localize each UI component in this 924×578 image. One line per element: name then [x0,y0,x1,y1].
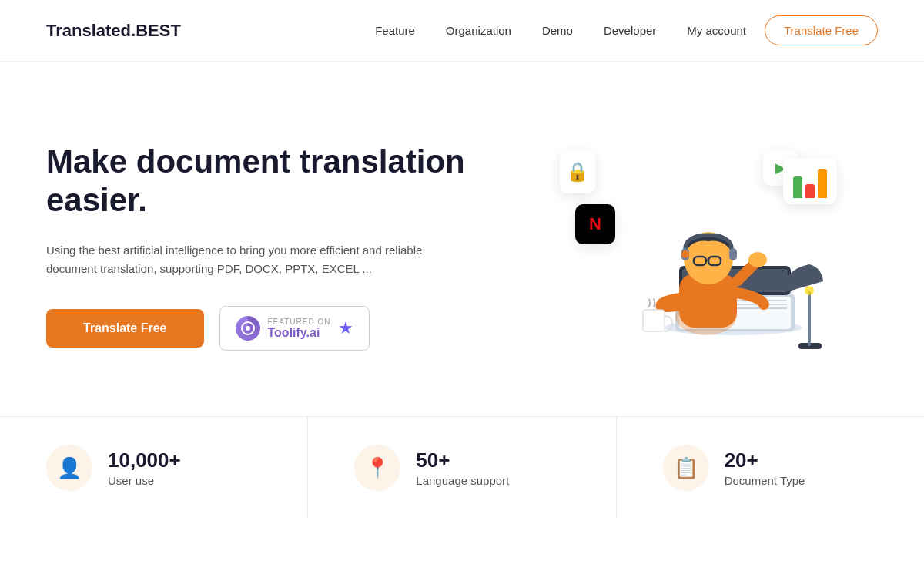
hero-illustration: 🔒 ▶ N [504,131,878,362]
stats-section: 👤 10,000+ User use 📍 50+ Language suppor… [0,416,924,519]
toolify-text: FEATURED ON Toolify.ai [268,318,331,340]
stat-number-users: 10,000+ [108,449,181,472]
hero-left: Make document translation easier. Using … [46,143,504,351]
document-icon: 📋 [674,456,698,480]
lamp-illustration [775,258,829,351]
stat-icon-doctype: 📋 [663,445,709,491]
nav-translate-free-button[interactable]: Translate Free [765,15,878,45]
stat-icon-language: 📍 [354,445,400,491]
nav-link-organization[interactable]: Organization [446,24,511,37]
toolify-star-icon: ★ [338,318,353,338]
nav-logo[interactable]: Translated.BEST [46,21,181,41]
svg-point-18 [681,250,689,258]
stat-icon-user: 👤 [46,445,92,491]
hero-title: Make document translation easier. [46,143,504,220]
svg-rect-17 [729,248,737,260]
stat-label-users: User use [108,474,181,487]
hero-actions: Translate Free FEATURED ON Toolify.ai ★ [46,306,504,351]
stat-item-languages: 📍 50+ Language support [308,417,616,519]
my-account-button[interactable]: My account [687,24,746,37]
stat-texts-users: 10,000+ User use [108,449,181,487]
lock-icon: 🔒 [566,161,589,183]
svg-point-1 [246,326,250,331]
stat-item-doctypes: 📋 20+ Document Type [617,417,924,519]
hero-translate-free-button[interactable]: Translate Free [46,309,204,348]
toolify-site-name: Toolify.ai [268,326,331,340]
stat-label-doctypes: Document Type [725,474,805,487]
stat-label-languages: Language support [416,474,509,487]
stat-texts-doctypes: 20+ Document Type [725,449,805,487]
nav-link-feature[interactable]: Feature [375,24,415,37]
toolify-badge[interactable]: FEATURED ON Toolify.ai ★ [219,306,370,351]
hero-description: Using the best artificial intelligence t… [46,241,447,278]
svg-point-23 [805,286,814,295]
navbar: Translated.BEST Feature Organization Dem… [0,0,924,62]
nav-links: Feature Organization Demo Developer [375,24,656,37]
stat-number-languages: 50+ [416,449,509,472]
svg-rect-19 [643,310,665,331]
nav-link-developer[interactable]: Developer [604,24,656,37]
toolify-featured-label: FEATURED ON [268,318,331,326]
location-icon: 📍 [365,456,390,480]
stat-texts-languages: 50+ Language support [416,449,509,487]
stat-item-users: 👤 10,000+ User use [0,417,308,519]
illustration-container: 🔒 ▶ N [544,143,837,351]
user-icon: 👤 [57,456,82,480]
nav-link-demo[interactable]: Demo [542,24,573,37]
toolify-icon [236,316,260,341]
svg-point-20 [748,252,767,267]
stat-number-doctypes: 20+ [725,449,805,472]
hero-section: Make document translation easier. Using … [0,62,924,416]
